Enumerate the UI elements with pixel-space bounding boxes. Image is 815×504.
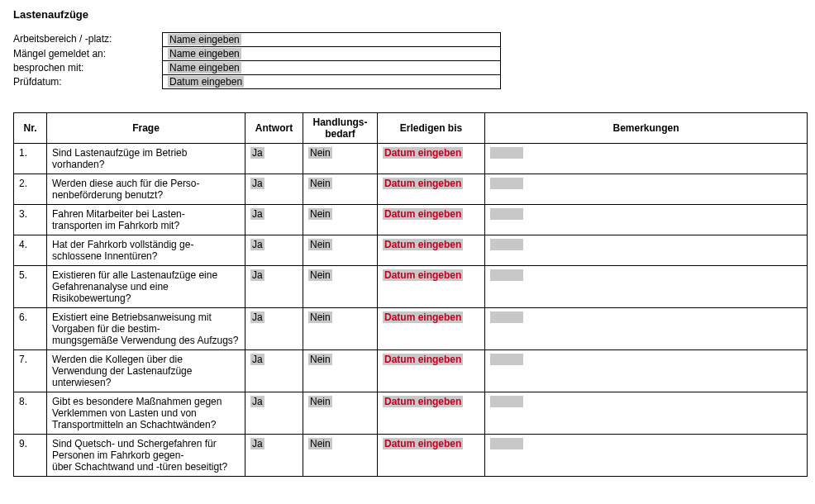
cell-erledigen[interactable]: Datum eingeben [378,435,485,477]
table-row: 9.Sind Quetsch- und Schergefahren für Pe… [14,435,808,477]
date-placeholder: Datum eingeben [383,239,463,250]
cell-erledigen[interactable]: Datum eingeben [378,266,485,308]
cell-nr: 1. [14,144,47,174]
answer-nein: Nein [308,208,332,220]
cell-antwort[interactable]: Ja [245,205,303,235]
table-row: 7.Werden die Kollegen über die Verwendun… [14,350,808,392]
cell-question: Hat der Fahrkorb vollständig ge-schlosse… [47,235,245,266]
cell-bemerkungen[interactable] [485,392,808,435]
cell-bemerkungen[interactable] [485,308,808,350]
cell-nr: 4. [14,235,47,266]
meta-label-date: Prüfdatum: [13,75,162,89]
cell-antwort[interactable]: Ja [245,235,303,266]
answer-ja: Ja [250,269,265,281]
answer-nein: Nein [308,147,332,159]
remark-placeholder [490,208,523,220]
placeholder: Name eingeben [168,48,241,59]
answer-nein: Nein [308,269,332,281]
cell-antwort[interactable]: Ja [245,392,303,435]
date-placeholder: Datum eingeben [383,208,463,220]
cell-handlung[interactable]: Nein [303,235,378,266]
answer-ja: Ja [250,438,265,449]
cell-bemerkungen[interactable] [485,235,808,266]
date-placeholder: Datum eingeben [383,269,463,281]
table-row: 2.Werden diese auch für die Perso-nenbef… [14,174,808,205]
remark-placeholder [490,239,523,250]
meta-label-discussed: besprochen mit: [13,61,162,75]
cell-nr: 8. [14,392,47,435]
date-placeholder: Datum eingeben [383,178,463,189]
page-title: Lastenaufzüge [13,8,802,21]
cell-question: Gibt es besondere Maßnahmen gegen Verkle… [47,392,245,435]
cell-nr: 3. [14,205,47,235]
date-placeholder: Datum eingeben [383,147,463,159]
meta-label-area: Arbeitsbereich / -platz: [13,32,162,47]
cell-antwort[interactable]: Ja [245,435,303,477]
cell-antwort[interactable]: Ja [245,308,303,350]
date-placeholder: Datum eingeben [383,354,463,365]
cell-bemerkungen[interactable] [485,144,808,174]
date-placeholder: Datum eingeben [383,396,463,407]
cell-question: Existieren für alle Lastenaufzüge eine G… [47,266,245,308]
answer-ja: Ja [250,396,265,407]
cell-erledigen[interactable]: Datum eingeben [378,174,485,205]
answer-nein: Nein [308,311,332,323]
meta-field-area[interactable]: Name eingeben [162,32,501,47]
placeholder: Name eingeben [168,34,241,45]
cell-erledigen[interactable]: Datum eingeben [378,350,485,392]
cell-bemerkungen[interactable] [485,435,808,477]
th-bemerkungen: Bemerkungen [485,113,808,144]
cell-erledigen[interactable]: Datum eingeben [378,205,485,235]
cell-handlung[interactable]: Nein [303,350,378,392]
answer-nein: Nein [308,178,332,189]
th-frage: Frage [47,113,245,144]
cell-handlung[interactable]: Nein [303,144,378,174]
cell-erledigen[interactable]: Datum eingeben [378,235,485,266]
meta-field-discussed[interactable]: Name eingeben [162,61,501,75]
cell-antwort[interactable]: Ja [245,266,303,308]
cell-handlung[interactable]: Nein [303,266,378,308]
meta-field-date[interactable]: Datum eingeben [162,75,501,89]
cell-antwort[interactable]: Ja [245,350,303,392]
table-row: 1.Sind Lastenaufzüge im Betrieb vorhande… [14,144,808,174]
th-antwort: Antwort [245,113,303,144]
answer-nein: Nein [308,239,332,250]
answer-nein: Nein [308,396,332,407]
meta-label-reported: Mängel gemeldet an: [13,47,162,61]
cell-handlung[interactable]: Nein [303,205,378,235]
cell-handlung[interactable]: Nein [303,392,378,435]
remark-placeholder [490,269,523,281]
cell-question: Existiert eine Betriebsanweisung mit Vor… [47,308,245,350]
remark-placeholder [490,396,523,407]
cell-handlung[interactable]: Nein [303,308,378,350]
cell-question: Sind Lastenaufzüge im Betrieb vorhanden? [47,144,245,174]
meta-field-reported[interactable]: Name eingeben [162,47,501,61]
cell-antwort[interactable]: Ja [245,144,303,174]
cell-bemerkungen[interactable] [485,266,808,308]
cell-handlung[interactable]: Nein [303,174,378,205]
cell-antwort[interactable]: Ja [245,174,303,205]
answer-ja: Ja [250,354,265,365]
answer-ja: Ja [250,147,265,159]
table-row: 4.Hat der Fahrkorb vollständig ge-schlos… [14,235,808,266]
cell-bemerkungen[interactable] [485,174,808,205]
table-row: 5.Existieren für alle Lastenaufzüge eine… [14,266,808,308]
remark-placeholder [490,438,523,449]
th-nr: Nr. [14,113,47,144]
cell-erledigen[interactable]: Datum eingeben [378,144,485,174]
remark-placeholder [490,354,523,365]
remark-placeholder [490,178,523,189]
cell-question: Werden diese auch für die Perso-nenbeför… [47,174,245,205]
answer-ja: Ja [250,239,265,250]
cell-erledigen[interactable]: Datum eingeben [378,392,485,435]
th-erledigen: Erledigen bis [378,113,485,144]
answer-nein: Nein [308,354,332,365]
answer-ja: Ja [250,208,265,220]
remark-placeholder [490,147,523,159]
cell-bemerkungen[interactable] [485,205,808,235]
cell-handlung[interactable]: Nein [303,435,378,477]
cell-nr: 7. [14,350,47,392]
answer-ja: Ja [250,178,265,189]
cell-bemerkungen[interactable] [485,350,808,392]
cell-erledigen[interactable]: Datum eingeben [378,308,485,350]
